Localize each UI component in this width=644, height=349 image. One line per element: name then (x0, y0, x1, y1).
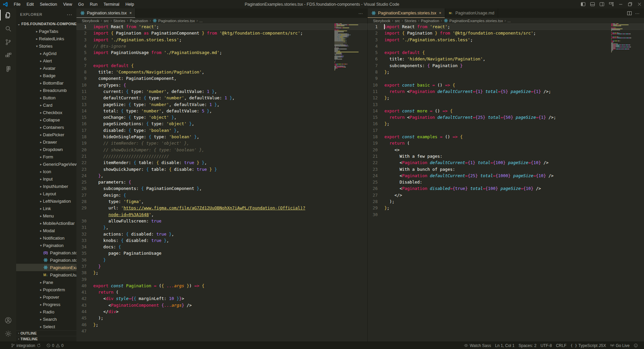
tab-PaginationUsage.md[interactable]: M↓PaginationUsage.md (445, 8, 498, 18)
code-line[interactable]: 13 pageSize: { type: 'number', defaultVa… (76, 101, 367, 108)
split-editor-icon[interactable] (625, 11, 633, 16)
code-line[interactable]: 5import PaginationUsage from './Paginati… (76, 49, 367, 56)
code-line[interactable]: 39 (76, 276, 367, 283)
section-timeline[interactable]: ›TIMELINE (16, 336, 76, 342)
code-line[interactable]: 1import React from 'react'; (76, 23, 367, 30)
tab-close-icon[interactable]: × (439, 11, 441, 15)
code-line[interactable]: 31 }, (76, 224, 367, 231)
code-line[interactable]: 18 hideOnSinglePage: { type: 'boolean' }… (76, 134, 367, 140)
code-line[interactable]: 6 (76, 56, 367, 62)
tree-item[interactable]: ▸Breadcrumb (16, 87, 76, 94)
tree-item[interactable]: ▸PageTabs (16, 28, 76, 35)
minimap-left[interactable] (334, 23, 363, 72)
tree-item[interactable]: ▸Button (16, 94, 76, 101)
tree-item[interactable]: ▸BottomBar (16, 79, 76, 87)
menu-view[interactable]: View (60, 0, 75, 8)
code-line[interactable]: 28 type: 'figma', (76, 198, 367, 205)
tree-item[interactable]: ▸Progress (16, 301, 76, 308)
explorer-icon[interactable] (0, 8, 16, 22)
editor-more-actions-icon[interactable]: ··· (633, 11, 641, 16)
code-line[interactable]: 32 actions: { disabled: true }, (76, 231, 367, 237)
customize-layout-icon[interactable] (606, 0, 616, 8)
code-line[interactable]: 33 knobs: { disabled: true }, (76, 237, 367, 244)
workspace-root-folder[interactable]: ⌄ FDS.FOUNDATION-COMPONENTS (16, 20, 76, 28)
code-line[interactable]: 38}; (76, 269, 367, 276)
code-line[interactable]: 21 With a few pages: (368, 153, 644, 159)
settings-icon[interactable] (0, 327, 16, 340)
code-line[interactable]: 8 title: 'Components/Navigation/Paginati… (76, 69, 367, 75)
tree-item[interactable]: ▸Link (16, 205, 76, 212)
code-line[interactable]: 9 component: PaginationComponent, (76, 75, 367, 82)
code-line[interactable]: 45 ); (76, 315, 367, 321)
tree-item[interactable]: ▸Menu (16, 212, 76, 219)
code-line[interactable]: 37 } (76, 263, 367, 269)
code-editor-left[interactable]: 1import React from 'react';2import { Pag… (76, 23, 367, 342)
code-line[interactable]: 17 disabled: { type: 'boolean' }, (76, 127, 367, 134)
code-line[interactable]: 34 docs: { (76, 244, 367, 250)
code-line[interactable]: 40export const Pagination = ({ ...args }… (76, 283, 367, 289)
code-line[interactable]: 4// @ts-ignore (76, 43, 367, 49)
code-line[interactable]: 24 }, (76, 172, 367, 179)
code-line[interactable]: 27 </> (368, 192, 644, 198)
code-line[interactable]: 7 subcomponents: { Pagination } (368, 62, 644, 69)
breadcrumb-more[interactable]: ... (507, 19, 511, 23)
breadcrumb-file[interactable]: PaginationExamples.stories.tsx (449, 19, 503, 23)
code-line[interactable]: 15 onChange: { type: 'object' }, (76, 114, 367, 120)
code-line[interactable]: 18export const examples = () => { (368, 134, 644, 140)
go-live-status[interactable]: Go Live (608, 342, 632, 349)
tab-close-icon[interactable]: × (129, 11, 132, 15)
toggle-secondary-sidebar-icon[interactable] (597, 0, 606, 8)
tree-item[interactable]: ▸Avatar (16, 64, 76, 72)
explorer-more-icon[interactable]: ··· (67, 12, 72, 17)
tree-item[interactable]: ▸Collapse (16, 116, 76, 123)
breadcrumb-item[interactable]: Pagination (421, 19, 439, 23)
code-line[interactable]: 12}; (368, 95, 644, 101)
tree-item[interactable]: ▸Popconfirm (16, 286, 76, 293)
tree-item[interactable]: PaginationExamples.stori... (16, 264, 76, 271)
code-line[interactable]: 4 (368, 43, 644, 49)
code-line[interactable]: 16 pageSizeOptions: { type: 'object' }, (76, 120, 367, 127)
code-line[interactable]: 20 <> (368, 147, 644, 153)
tree-item[interactable]: ▸Containers (16, 123, 76, 131)
code-line[interactable]: 11 current: { type: 'number', defaultVal… (76, 88, 367, 95)
breadcrumb-item[interactable]: src (395, 19, 400, 23)
breadcrumb-item[interactable]: Stories (405, 19, 417, 23)
menu-run[interactable]: Run (87, 0, 101, 8)
tree-item[interactable]: ▸RelatedLinks (16, 35, 76, 42)
code-line[interactable]: 26 <Pagination disabled={true} total={10… (368, 185, 644, 192)
breadcrumb-item[interactable]: src (104, 19, 109, 23)
code-line[interactable]: 14 total: { type: 'number', defaultValue… (76, 108, 367, 114)
source-control-icon[interactable] (0, 35, 16, 49)
breadcrumb-more[interactable]: ... (199, 19, 203, 23)
code-line[interactable]: 36 } (76, 257, 367, 263)
code-line[interactable]: 10 argTypes: { (76, 82, 367, 88)
code-line[interactable]: 21 ////////////////////////// (76, 153, 367, 159)
tab-Pagination.stories.tsx[interactable]: Pagination.stories.tsx× (76, 8, 136, 18)
code-line[interactable]: 46}; (76, 321, 367, 328)
menu-go[interactable]: Go (75, 0, 87, 8)
tree-item[interactable]: ▸Card (16, 101, 76, 109)
code-line[interactable]: 2import { Pagination as PaginationCompon… (76, 30, 367, 36)
code-line[interactable]: 30 (368, 211, 644, 218)
search-icon[interactable] (0, 22, 16, 35)
code-line[interactable]: 42 <div style={{ marginLeft: 10 }}> (76, 295, 367, 302)
tree-item[interactable]: M↓PaginationUsage.md (16, 271, 76, 279)
eol-status[interactable]: CRLF (554, 342, 568, 349)
toggle-panel-icon[interactable] (588, 0, 597, 8)
breadcrumb-item[interactable]: Stories (113, 19, 125, 23)
menu-file[interactable]: File (11, 0, 23, 8)
minimap-right[interactable] (611, 23, 640, 54)
menu-help[interactable]: Help (122, 0, 137, 8)
code-line[interactable]: 23 With a bunch of pages: (368, 166, 644, 172)
figma-icon[interactable] (0, 62, 16, 76)
code-line[interactable]: 10export const basic = () => { (368, 82, 644, 88)
editor-more-actions-icon[interactable]: ··· (357, 11, 365, 16)
code-line[interactable]: 47 (76, 328, 367, 334)
code-line[interactable]: 13 (368, 101, 644, 108)
section-outline[interactable]: ›OUTLINE (16, 330, 76, 336)
code-line[interactable]: node-id=0%3A1648', (76, 211, 367, 218)
tree-item[interactable]: ▸Notification (16, 234, 76, 242)
minimize-icon[interactable] (616, 0, 625, 8)
code-line[interactable]: 20 // showQuickJumper: { type: 'boolean'… (76, 147, 367, 153)
code-line[interactable]: 35 page: PaginationUsage (76, 250, 367, 256)
